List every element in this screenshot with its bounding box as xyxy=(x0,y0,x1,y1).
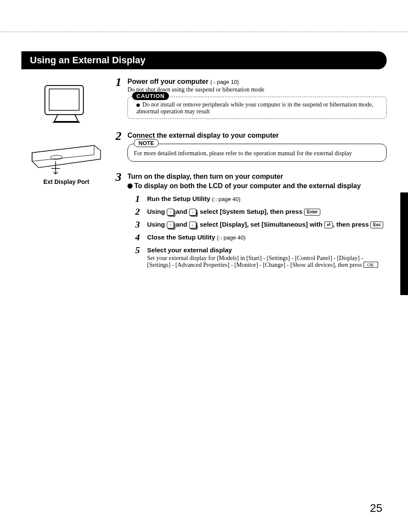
port-illustration xyxy=(30,138,103,176)
text: and xyxy=(174,221,189,228)
page-reference: (☞page 10) xyxy=(210,79,239,85)
bullet-icon xyxy=(136,103,140,107)
text: Using xyxy=(147,221,167,228)
section-title: Using an External Display xyxy=(21,51,387,69)
key-down: ↓ xyxy=(189,222,196,228)
substep-title: Using ↑ and ↓, select [Display], set [Si… xyxy=(147,221,383,228)
substep-title: Using ↑ and ↓, select [System Setup], th… xyxy=(147,208,320,215)
ref-text: page 40 xyxy=(224,234,244,241)
substep-2: 2 Using ↑ and ↓, select [System Setup], … xyxy=(135,208,387,216)
key-up: ↑ xyxy=(167,209,174,216)
text: and xyxy=(174,208,189,215)
caution-text: Do not install or remove peripherals whi… xyxy=(136,101,373,115)
substep-number: 5 xyxy=(135,245,140,256)
text: Using xyxy=(147,208,167,215)
page-edge-tab xyxy=(400,192,408,295)
substep-number: 3 xyxy=(135,219,140,230)
ok-button-graphic: OK xyxy=(364,262,378,268)
substep-3: 3 Using ↑ and ↓, select [Display], set [… xyxy=(135,221,387,228)
key-esc: Esc xyxy=(370,222,383,228)
port-label: Ext Display Port xyxy=(21,178,111,185)
step-1: 1 Power off your computer (☞page 10) Do … xyxy=(115,78,387,119)
substep-4: 4 Close the Setup Utility (☞page 40) xyxy=(135,233,387,241)
ref-icon: ☞ xyxy=(219,235,224,241)
step-number: 3 xyxy=(115,170,121,184)
caution-box: CAUTION Do not install or remove periphe… xyxy=(127,97,387,119)
note-label: NOTE xyxy=(134,139,159,147)
caution-label: CAUTION xyxy=(132,92,169,100)
step-3: 3 Turn on the display, then turn on your… xyxy=(115,173,387,269)
ref-text: page 40 xyxy=(219,196,239,202)
substep-body: Set your external display for [Models] i… xyxy=(147,255,387,269)
step-title-text: Power off your computer xyxy=(127,78,208,85)
svg-rect-1 xyxy=(49,89,79,110)
substep-5: 5 Select your external display Set your … xyxy=(135,246,387,269)
scan-noise-top xyxy=(0,0,408,32)
substep-title: Select your external display xyxy=(147,246,232,254)
step-2: 2 Connect the external display to your c… xyxy=(115,132,387,162)
key-enter: Enter xyxy=(304,209,320,216)
ref-text: page 10 xyxy=(217,79,237,85)
substep-1: 1 Run the Setup Utility (☞page 40) xyxy=(135,195,387,203)
step-title: Connect the external display to your com… xyxy=(127,132,279,139)
substep-title-text: Close the Setup Utility xyxy=(147,233,215,241)
page-reference: (☞page 40) xyxy=(212,196,241,202)
text: , select [Display], set [Simultaneous] w… xyxy=(196,221,324,228)
substep-number: 2 xyxy=(135,206,140,217)
step-title: Power off your computer (☞page 10) xyxy=(127,78,239,85)
key-down: ↓ xyxy=(189,209,196,216)
body-text: Set your external display for [Models] i… xyxy=(147,255,364,268)
circle-bullet-icon xyxy=(127,183,133,189)
right-column: 1 Power off your computer (☞page 10) Do … xyxy=(111,78,387,276)
sub-heading: To display on both the LCD of your compu… xyxy=(127,182,387,190)
monitor-illustration xyxy=(41,82,92,125)
ref-icon: ☞ xyxy=(212,80,217,86)
ref-icon: ☞ xyxy=(214,197,219,203)
note-text: For more detailed information, please re… xyxy=(134,150,352,157)
page-reference: (☞page 40) xyxy=(217,234,245,241)
text: , select [System Setup], then press xyxy=(196,208,305,215)
step-number: 2 xyxy=(115,129,121,143)
key-select: ⏎ xyxy=(324,222,333,228)
substep-title: Run the Setup Utility (☞page 40) xyxy=(147,195,240,202)
text: , then press xyxy=(333,221,370,228)
note-box: NOTE For more detailed information, plea… xyxy=(127,144,387,162)
key-up: ↑ xyxy=(167,222,174,228)
left-column: Ext Display Port xyxy=(21,78,111,276)
step-title: Turn on the display, then turn on your c… xyxy=(127,173,283,180)
page-content: Using an External Display E xyxy=(21,51,387,276)
content-columns: Ext Display Port 1 Power off your comput… xyxy=(21,78,387,276)
substeps: 1 Run the Setup Utility (☞page 40) 2 Usi… xyxy=(127,195,387,269)
substep-number: 1 xyxy=(135,193,140,204)
sub-heading-text: To display on both the LCD of your compu… xyxy=(134,182,361,189)
substep-number: 4 xyxy=(135,232,140,243)
page-number: 25 xyxy=(370,502,382,515)
substep-title: Close the Setup Utility (☞page 40) xyxy=(147,233,245,241)
substep-title-text: Run the Setup Utility xyxy=(147,195,210,202)
step-number: 1 xyxy=(115,75,121,89)
